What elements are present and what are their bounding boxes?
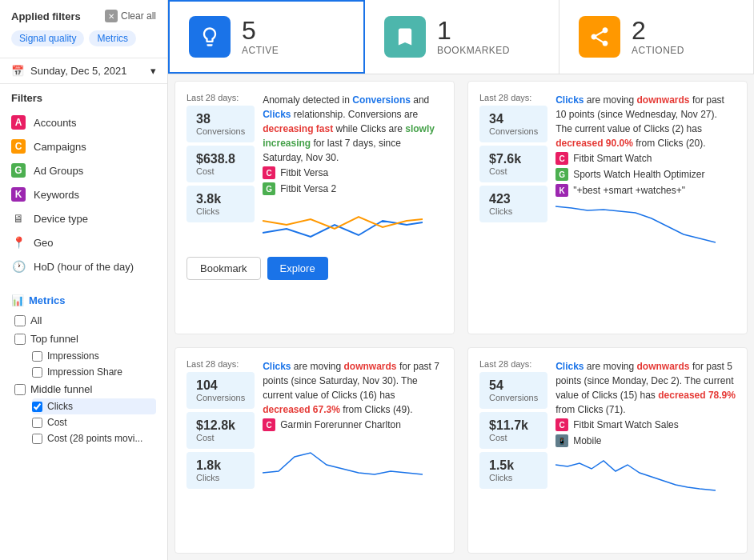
card-2-entity-3: K "+best +smart +watches+"	[555, 182, 736, 198]
calendar-icon: 📅	[11, 65, 24, 77]
card-2-inner: Last 28 days: 34 Conversions $7.6k Cost …	[479, 93, 736, 249]
ad-groups-label: Ad Groups	[34, 165, 83, 177]
sidebar-item-keywords[interactable]: K Keywords	[11, 182, 156, 206]
card-1-entity-2: G Fitbit Versa 2	[263, 181, 443, 197]
card-4-inner: Last 28 days: 54 Conversions $11.7k Cost…	[479, 359, 736, 499]
card-3-stat-clicks: 1.8k Clicks	[186, 452, 255, 489]
sidebar-item-campaigns[interactable]: C Campaigns	[11, 134, 156, 158]
card-3-right: Clicks are moving downwards for past 7 p…	[263, 359, 443, 489]
checkbox-cost-28-label: Cost (28 points movi...	[47, 433, 142, 444]
sidebar-item-device-type[interactable]: 🖥 Device type	[11, 206, 156, 230]
filters-section: Filters A Accounts C Campaigns G Ad Grou…	[0, 84, 167, 283]
metrics-icon: 📊	[11, 294, 24, 306]
card-1-days: Last 28 days:	[186, 93, 255, 102]
checkbox-cost-28[interactable]: Cost (28 points movi...	[32, 430, 156, 446]
card-1-entity-1-name: Fitbit Versa	[280, 167, 328, 178]
card-2-clicks-label: Clicks	[489, 206, 538, 216]
anomaly-card-4: Last 28 days: 54 Conversions $11.7k Cost…	[467, 347, 748, 554]
checkbox-top-funnel[interactable]: Top funnel	[14, 330, 156, 348]
card-4-stat-clicks: 1.5k Clicks	[479, 452, 547, 489]
metrics-section: 📊 Metrics All Top funnel Impressions Imp…	[0, 283, 167, 453]
sidebar-item-hod[interactable]: 🕐 HoD (hour of the day)	[11, 254, 156, 278]
actioned-card-count: 2	[632, 18, 684, 43]
anomaly-card-2: Last 28 days: 34 Conversions $7.6k Cost …	[467, 81, 748, 334]
device-type-label: Device type	[34, 213, 88, 225]
checkbox-impressions-input[interactable]	[32, 351, 42, 362]
card-2-stat-conversions: 34 Conversions	[479, 106, 547, 142]
card-4-decreased: decreased 78.9%	[658, 390, 736, 401]
clear-all-button[interactable]: ✕ Clear all	[105, 10, 156, 22]
sidebar-header: Applied filters ✕ Clear all Signal quali…	[0, 0, 167, 58]
card-3-conversions-value: 104	[196, 378, 245, 393]
checkbox-middle-funnel-input[interactable]	[14, 384, 26, 395]
checkbox-cost[interactable]: Cost	[32, 414, 156, 430]
card-3-entity-1-name: Garmin Forerunner Charlton	[280, 419, 401, 430]
date-row[interactable]: 📅 Sunday, Dec 5, 2021 ▾	[0, 58, 167, 84]
checkbox-impressions[interactable]: Impressions	[32, 348, 156, 364]
entity-c-icon: C	[263, 166, 275, 179]
hod-icon: 🕐	[11, 259, 26, 274]
checkbox-all-input[interactable]	[14, 315, 26, 326]
filter-tag-signal[interactable]: Signal quality	[11, 30, 84, 46]
card-2-clicks-value: 423	[489, 192, 538, 206]
sidebar-item-accounts[interactable]: A Accounts	[11, 110, 156, 134]
card-4-entity-2: 📱 Mobile	[555, 433, 736, 449]
clear-all-label: Clear all	[121, 10, 156, 22]
checkbox-impression-share-input[interactable]	[32, 367, 42, 378]
card-1-conversions-value: 38	[196, 112, 245, 126]
card-4-chart	[555, 449, 716, 497]
metrics-checkboxes: All Top funnel Impressions Impression Sh…	[14, 311, 156, 446]
sidebar-item-geo[interactable]: 📍 Geo	[11, 230, 156, 254]
top-card-bookmarked[interactable]: 1 Bookmarked	[365, 0, 559, 74]
card-3-cost-value: $12.8k	[196, 418, 245, 433]
card-4-left: Last 28 days: 54 Conversions $11.7k Cost…	[479, 359, 547, 499]
card-3-cost-label: Cost	[196, 433, 245, 442]
checkbox-cost-input[interactable]	[32, 418, 42, 428]
checkbox-impression-share[interactable]: Impression Share	[32, 364, 156, 380]
filters-title: Filters	[11, 92, 156, 104]
entity-c-icon-4: C	[555, 418, 568, 431]
explore-button-1[interactable]: Explore	[267, 257, 328, 280]
card-4-text: Clicks are moving downwards for past 5 p…	[555, 359, 736, 417]
card-2-entity-1: C Fitbit Smart Watch	[555, 150, 736, 166]
card-1-link-clicks[interactable]: Clicks	[263, 109, 291, 120]
checkbox-all[interactable]: All	[14, 311, 156, 330]
card-1-stat-conversions: 38 Conversions	[186, 106, 255, 142]
checkbox-clicks-label: Clicks	[47, 401, 73, 412]
bookmarked-card-name: Bookmarked	[437, 45, 510, 56]
card-4-stat-conversions: 54 Conversions	[479, 372, 547, 409]
card-3-link-clicks[interactable]: Clicks	[263, 361, 291, 372]
sidebar-item-ad-groups[interactable]: G Ad Groups	[11, 158, 156, 182]
ad-groups-letter: G	[11, 163, 26, 178]
card-3-text: Clicks are moving downwards for past 7 p…	[263, 359, 443, 417]
geo-icon: 📍	[11, 235, 26, 250]
checkbox-clicks-input[interactable]	[32, 402, 42, 412]
active-card-count: 5	[242, 18, 279, 43]
card-1-decreasing: decreasing fast	[263, 123, 333, 134]
metrics-label[interactable]: 📊 Metrics	[11, 290, 156, 311]
checkbox-middle-funnel[interactable]: Middle funnel	[14, 380, 156, 398]
top-card-active[interactable]: 5 Active	[168, 0, 365, 74]
top-funnel-children: Impressions Impression Share	[32, 348, 156, 380]
card-3-stat-conversions: 104 Conversions	[186, 372, 255, 409]
card-4-link-clicks[interactable]: Clicks	[555, 361, 584, 372]
bookmark-button-1[interactable]: Bookmark	[186, 257, 261, 280]
card-2-stat-cost: $7.6k Cost	[479, 146, 547, 182]
card-1-link-conversions[interactable]: Conversions	[352, 94, 411, 106]
checkbox-middle-funnel-label: Middle funnel	[30, 383, 92, 395]
card-2-cost-label: Cost	[489, 166, 538, 176]
top-card-actioned[interactable]: 2 Actioned	[559, 0, 754, 74]
card-2-cost-value: $7.6k	[489, 152, 538, 166]
checkbox-clicks[interactable]: Clicks	[32, 398, 156, 414]
card-1-left: Last 28 days: 38 Conversions $638.8 Cost…	[186, 93, 255, 247]
card-4-entity-2-name: Mobile	[573, 435, 601, 446]
filter-tag-metrics[interactable]: Metrics	[89, 30, 136, 46]
card-1-actions: Bookmark Explore	[186, 257, 443, 280]
checkbox-top-funnel-label: Top funnel	[30, 333, 78, 345]
checkbox-top-funnel-input[interactable]	[14, 334, 26, 345]
card-2-entity-3-name: "+best +smart +watches+"	[573, 185, 685, 196]
card-2-link-clicks[interactable]: Clicks	[555, 94, 584, 106]
checkbox-cost-28-input[interactable]	[32, 434, 42, 444]
middle-funnel-children: Clicks Cost Cost (28 points movi...	[32, 398, 156, 446]
card-4-conversions-label: Conversions	[489, 393, 538, 402]
